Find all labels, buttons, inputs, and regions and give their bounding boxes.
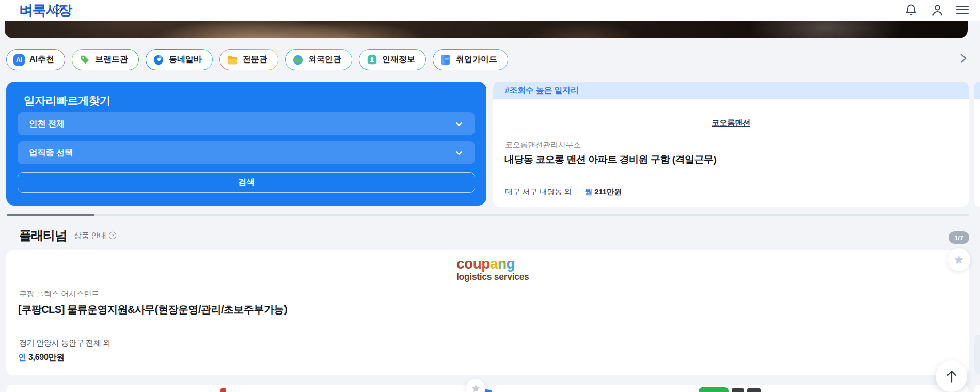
- chip-label: 취업가이드: [456, 54, 497, 65]
- next-row-card-right[interactable]: [493, 385, 969, 392]
- chip-label: 외국인관: [308, 54, 341, 65]
- talent-badge-icon: [366, 54, 377, 66]
- chip-job-guide[interactable]: 취업가이드: [433, 49, 508, 70]
- right-edge-panel-sliver: [974, 335, 980, 374]
- ai-badge-icon: Ai: [13, 54, 25, 66]
- brand-wordmark: coupang: [456, 257, 529, 271]
- globe-icon: [292, 54, 304, 66]
- brand-tag-icon: [79, 54, 90, 66]
- platinum-section-header: 플래티넘 상품 안내 ?: [19, 227, 117, 244]
- star-icon: [953, 254, 965, 265]
- coupang-logistics-logo: coupang logistics services: [456, 257, 529, 282]
- chip-label: 전문관: [243, 54, 267, 65]
- folder-icon: [227, 54, 238, 66]
- chip-label: AI추천: [29, 54, 54, 65]
- top-header: 벼룩시장: [0, 0, 980, 21]
- promo-banner-image[interactable]: [5, 21, 968, 38]
- chip-ai-recommend[interactable]: Ai AI추천: [6, 49, 65, 70]
- partial-logo-red: [220, 388, 226, 392]
- chevron-down-icon: [454, 119, 464, 129]
- company-name: 쿠팡 플렉스 어시스턴트: [19, 289, 99, 299]
- job-title[interactable]: 내당동 코오롱 맨션 아파트 경비원 구함 (격일근무): [504, 153, 716, 166]
- job-category-select-value: 업직종 선택: [29, 147, 73, 159]
- next-row-card-left[interactable]: [6, 385, 475, 392]
- job-location: 경기 안양시 동안구 전체 외: [19, 338, 110, 348]
- section-title: 플래티넘: [19, 227, 67, 244]
- favorite-star-button[interactable]: [466, 379, 485, 392]
- svg-text:?: ?: [111, 233, 114, 238]
- company-name: 코오롱맨션관리사무소: [505, 140, 581, 150]
- notification-bell-icon[interactable]: [904, 3, 918, 17]
- chip-label: 동네알바: [169, 54, 202, 65]
- region-select[interactable]: 인천 전체: [18, 112, 475, 135]
- company-logo-text[interactable]: 코오롱맨션: [493, 118, 969, 129]
- chip-talent-info[interactable]: 인재정보: [359, 49, 426, 70]
- quick-search-title: 일자리빠르게찾기: [24, 93, 110, 108]
- job-pay: 연 3,690만원: [18, 352, 65, 363]
- pay-value: 211만원: [594, 187, 622, 197]
- partial-logo-green: [699, 387, 729, 392]
- brand-subtitle: logistics services: [456, 273, 529, 282]
- profile-icon[interactable]: [930, 3, 944, 17]
- arrow-up-icon: [945, 369, 958, 384]
- carousel-progress-fill: [7, 214, 94, 216]
- sliver-header: [974, 82, 980, 99]
- pay-unit: 월: [584, 187, 592, 197]
- product-info-link[interactable]: 상품 안내 ?: [74, 231, 117, 241]
- pagination-badge: 1/7: [949, 231, 969, 244]
- chip-foreigner-hall[interactable]: 외국인관: [285, 49, 352, 70]
- region-select-value: 인천 전체: [29, 118, 65, 130]
- next-row-card-sliver: [974, 385, 980, 392]
- site-logo[interactable]: 벼룩시장: [19, 1, 72, 20]
- divider: [578, 189, 578, 195]
- job-meta: 대구 서구 내당동 외 월 211만원: [505, 187, 622, 197]
- nav-more-chevron-icon[interactable]: [956, 52, 970, 65]
- next-carousel-card-sliver[interactable]: [974, 82, 980, 207]
- chip-brand-hall[interactable]: 브랜드관: [72, 49, 139, 70]
- star-icon: [471, 384, 481, 392]
- job-pay: 월 211만원: [584, 187, 622, 197]
- partial-logo-text: [747, 388, 761, 392]
- job-location: 대구 서구 내당동 외: [505, 187, 572, 197]
- favorite-star-button[interactable]: [947, 248, 970, 271]
- top-viewed-jobs-card[interactable]: #조회수 높은 일자리 코오롱맨션 코오롱맨션관리사무소 내당동 코오롱 맨션 …: [493, 82, 969, 207]
- search-button[interactable]: 검색: [18, 172, 475, 193]
- chevron-down-icon: [454, 148, 464, 158]
- product-info-label: 상품 안내: [74, 231, 106, 241]
- chip-label: 브랜드관: [95, 54, 128, 65]
- job-title[interactable]: [쿠팡CLS] 물류운영지원&사무(현장운영/관리/초보주부가능): [18, 303, 287, 317]
- question-circle-icon: ?: [108, 231, 117, 240]
- scroll-to-top-button[interactable]: [936, 360, 967, 392]
- pay-value: 3,690만원: [28, 352, 65, 363]
- job-category-select[interactable]: 업직종 선택: [18, 141, 475, 164]
- quick-search-panel: 일자리빠르게찾기 인천 전체 업직종 선택 검색: [6, 82, 486, 206]
- page: 벼룩시장 Ai AI추천 브랜드관 동네: [0, 0, 980, 392]
- chip-label: 인재정보: [382, 54, 415, 65]
- partial-logo-text: [732, 388, 744, 392]
- pay-unit: 연: [18, 352, 26, 363]
- guide-book-icon: [440, 54, 451, 66]
- chip-specialty-hall[interactable]: 전문관: [219, 49, 278, 70]
- category-nav: Ai AI추천 브랜드관 동네알바 전문관 외국인관: [6, 49, 508, 70]
- carousel-progress-track: [7, 214, 969, 216]
- location-chevron-icon[interactable]: [53, 5, 62, 14]
- top-viewed-jobs-tag: #조회수 높은 일자리: [493, 82, 969, 99]
- local-donut-icon: [153, 54, 164, 66]
- chip-local-jobs[interactable]: 동네알바: [146, 49, 213, 70]
- menu-icon[interactable]: [956, 4, 970, 18]
